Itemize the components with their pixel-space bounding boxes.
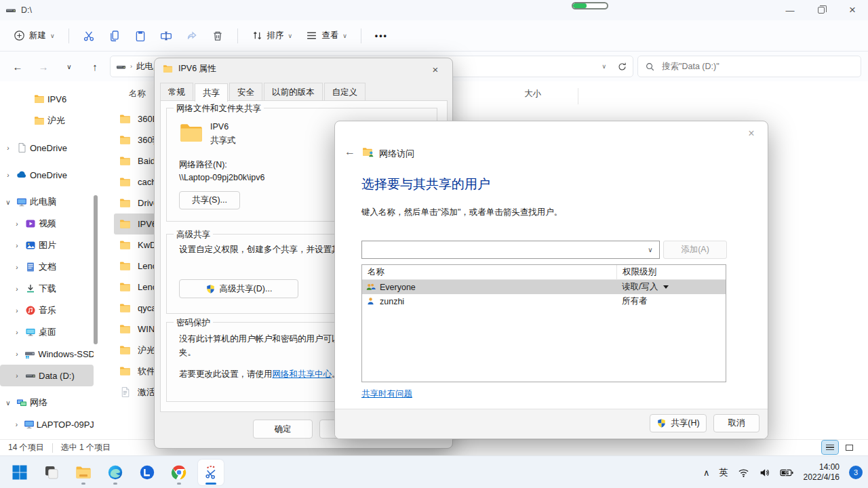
chevron-right-icon[interactable]: › bbox=[12, 242, 22, 249]
sidebar-scrollbar[interactable] bbox=[94, 195, 98, 344]
sidebar-item--[interactable]: ∨网络 bbox=[0, 392, 94, 413]
minimize-button[interactable]: — bbox=[774, 0, 806, 20]
chevron-right-icon[interactable]: › bbox=[12, 264, 22, 271]
sidebar-item--[interactable]: 沪光 bbox=[0, 110, 94, 131]
clock[interactable]: 14:00 2022/4/16 bbox=[804, 462, 840, 483]
share-confirm-button[interactable]: 共享(H) bbox=[650, 414, 707, 432]
chevron-right-icon[interactable]: › bbox=[12, 285, 22, 293]
paste-button[interactable] bbox=[129, 26, 152, 46]
back-button[interactable]: ← bbox=[7, 56, 28, 77]
sidebar-item-onedrive[interactable]: ›OneDrive bbox=[0, 164, 94, 186]
tab-0[interactable]: 常规 bbox=[160, 83, 193, 101]
taskbar-app-snip[interactable] bbox=[198, 460, 224, 485]
details-view-toggle[interactable] bbox=[822, 441, 838, 454]
sharing-problem-link[interactable]: 共享时有问题 bbox=[361, 388, 412, 400]
restore-button[interactable] bbox=[806, 0, 837, 20]
advanced-share-button[interactable]: 高级共享(D)... bbox=[179, 279, 298, 298]
taskbar-app-explorer[interactable] bbox=[71, 460, 96, 485]
up-button[interactable]: ↑ bbox=[84, 56, 106, 77]
network-sharing-center-link[interactable]: 网络和共享中心 bbox=[273, 369, 332, 379]
ok-button[interactable]: 确定 bbox=[253, 420, 313, 439]
system-tray: ∧ 英 14:00 2022/4/16 3 bbox=[703, 456, 863, 488]
user-combo-box[interactable]: ∨ bbox=[361, 241, 660, 259]
sidebar-item--[interactable]: ›图片 bbox=[0, 235, 94, 256]
chrome-icon bbox=[171, 464, 187, 481]
ime-indicator[interactable]: 英 bbox=[719, 466, 728, 479]
share-button[interactable]: 共享(S)... bbox=[179, 191, 240, 209]
user-row-zunzhi[interactable]: zunzhi所有者 bbox=[362, 294, 726, 308]
toolbar-divider bbox=[361, 28, 361, 43]
sidebar-item--[interactable]: ›下载 bbox=[0, 278, 94, 300]
taskbar-app-taskview[interactable] bbox=[39, 460, 64, 485]
sidebar-item-onedrive[interactable]: ›OneDrive bbox=[0, 137, 94, 159]
cancel-button[interactable]: 取消 bbox=[713, 414, 760, 432]
user-name: Everyone bbox=[380, 283, 416, 292]
chevron-down-icon[interactable]: ∨ bbox=[3, 399, 14, 407]
chevron-right-icon[interactable]: › bbox=[3, 171, 14, 179]
volume-icon[interactable] bbox=[759, 467, 770, 479]
battery-icon[interactable] bbox=[780, 468, 794, 477]
sidebar-item--[interactable]: ›桌面 bbox=[0, 321, 94, 343]
sidebar-item--[interactable]: ›音乐 bbox=[0, 300, 94, 321]
view-button[interactable]: 查看∨ bbox=[300, 26, 353, 45]
sidebar-item-laptop-09pj2[interactable]: ›LAPTOP-09PJ2 bbox=[0, 413, 94, 435]
more-button[interactable]: ••• bbox=[370, 27, 393, 45]
view-label: 查看 bbox=[321, 30, 338, 41]
chevron-right-icon[interactable]: › bbox=[12, 372, 22, 380]
forward-button[interactable]: → bbox=[33, 56, 54, 77]
add-button[interactable]: 添加(A) bbox=[663, 241, 727, 259]
chevron-right-icon[interactable]: › bbox=[12, 220, 22, 228]
tab-2[interactable]: 安全 bbox=[229, 83, 262, 101]
chevron-right-icon[interactable]: › bbox=[12, 421, 22, 428]
wifi-icon[interactable] bbox=[738, 467, 749, 479]
close-icon[interactable]: × bbox=[425, 61, 446, 77]
user-combo-input[interactable] bbox=[362, 241, 642, 258]
user-row-everyone[interactable]: Everyone读取/写入 bbox=[362, 280, 726, 294]
sidebar-item--[interactable]: ›文档 bbox=[0, 256, 94, 278]
copy-button[interactable] bbox=[103, 26, 126, 46]
share-button-toolbar[interactable] bbox=[180, 26, 203, 46]
cut-button[interactable] bbox=[77, 26, 100, 46]
chevron-right-icon[interactable]: › bbox=[12, 329, 22, 336]
tab-4[interactable]: 自定义 bbox=[324, 83, 366, 101]
search-box[interactable] bbox=[637, 56, 861, 77]
icons-view-toggle[interactable] bbox=[841, 441, 857, 454]
hidden-icons-chevron-icon[interactable]: ∧ bbox=[703, 468, 710, 478]
tab-1[interactable]: 共享 bbox=[195, 83, 228, 102]
taskbar-app-lenovo[interactable] bbox=[134, 460, 160, 485]
sidebar-item-label: 视频 bbox=[39, 218, 56, 230]
taskbar-app-chrome[interactable] bbox=[166, 460, 192, 485]
taskbar-app-edge[interactable] bbox=[102, 460, 128, 485]
close-button[interactable]: × bbox=[837, 0, 868, 20]
search-input[interactable] bbox=[660, 61, 854, 72]
address-dropdown-icon[interactable]: ∨ bbox=[601, 63, 606, 70]
chevron-right-icon[interactable]: › bbox=[12, 350, 22, 358]
sidebar-item-data-d-[interactable]: ›Data (D:) bbox=[0, 365, 94, 386]
sort-button[interactable]: 排序∨ bbox=[246, 26, 298, 45]
refresh-icon[interactable] bbox=[617, 62, 627, 72]
sidebar-item-ipv6[interactable]: IPV6 bbox=[0, 88, 94, 110]
sidebar-item--[interactable]: ›视频 bbox=[0, 213, 94, 235]
chevron-down-icon[interactable]: ∨ bbox=[3, 199, 14, 206]
chevron-right-icon[interactable]: › bbox=[3, 144, 14, 152]
back-arrow-icon[interactable]: ← bbox=[344, 146, 355, 158]
sidebar-item-windows-ssd[interactable]: ›Windows-SSD bbox=[0, 343, 94, 365]
delete-button[interactable] bbox=[206, 26, 229, 46]
rename-button[interactable] bbox=[155, 26, 178, 46]
column-divider[interactable] bbox=[578, 88, 578, 104]
chevron-right-icon[interactable]: › bbox=[12, 307, 22, 314]
combo-dropdown-icon[interactable]: ∨ bbox=[642, 246, 659, 253]
folder-icon bbox=[119, 134, 131, 146]
column-header-name[interactable]: 名称 bbox=[362, 266, 616, 278]
new-button[interactable]: 新建∨ bbox=[8, 26, 60, 45]
notification-badge[interactable]: 3 bbox=[849, 466, 863, 479]
sidebar-item--[interactable]: ∨此电脑 bbox=[0, 191, 94, 213]
taskbar-app-start[interactable] bbox=[7, 460, 33, 485]
column-header-size[interactable]: 大小 bbox=[524, 88, 578, 104]
column-header-permission[interactable]: 权限级别 bbox=[616, 265, 726, 279]
permission-level: 读取/写入 bbox=[622, 281, 658, 293]
permission-dropdown-icon[interactable] bbox=[663, 285, 669, 289]
close-icon[interactable]: × bbox=[742, 125, 761, 142]
tab-3[interactable]: 以前的版本 bbox=[264, 83, 323, 101]
history-chevron-icon[interactable]: ∨ bbox=[58, 56, 80, 77]
